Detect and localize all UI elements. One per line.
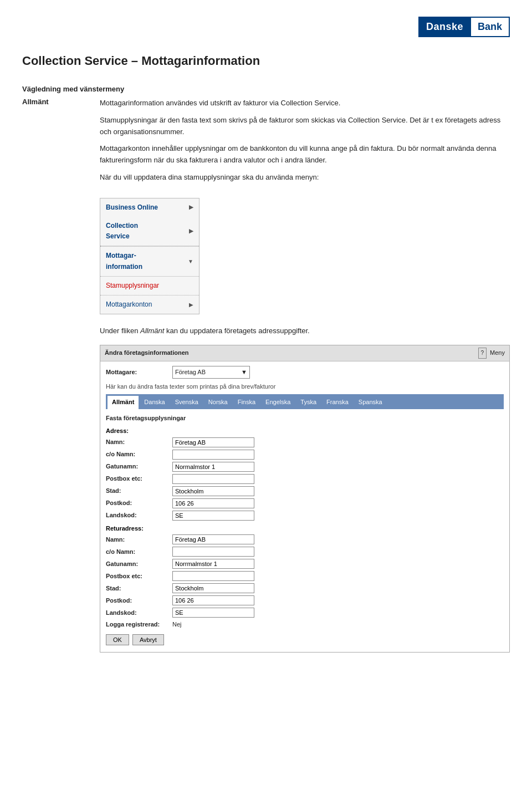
menu-item-label: Mottagar-information: [106, 251, 142, 272]
field-postbox-input[interactable]: [172, 474, 254, 484]
app-titlebar: Ändra företagsinformationen ? Meny: [100, 345, 509, 361]
field-postkod: Postkod:: [106, 498, 504, 508]
field-postkod-input[interactable]: [172, 498, 254, 508]
app-titlebar-right: ? Meny: [478, 348, 505, 359]
menu-item-label: CollectionService: [106, 221, 138, 242]
under-fliken-text: Under fliken Allmänt kan du uppdatera fö…: [100, 325, 510, 337]
button-row: OK Avbryt: [106, 634, 504, 648]
tab-bar: Allmänt Danska Svenska Norska Finska Eng…: [106, 394, 504, 409]
intro-label: Allmänt: [22, 98, 100, 653]
tab-franska[interactable]: Franska: [322, 396, 353, 409]
field-label: Postbox etc:: [106, 474, 172, 484]
retur-field-postbox: Postbox etc:: [106, 571, 504, 581]
retur-field-namn: Namn:: [106, 534, 504, 544]
retur-co-input[interactable]: [172, 547, 254, 557]
menu-item-mottagarkonton[interactable]: Mottagarkonton ▶: [100, 295, 199, 314]
under-fliken-italic: Allmänt: [140, 327, 164, 335]
field-label: Landskod:: [106, 608, 172, 618]
tab-tyska[interactable]: Tyska: [296, 396, 321, 409]
retur-fields: Namn: c/o Namn: Gatunamn: Postbox etc:: [106, 534, 504, 618]
retur-field-gatunamn: Gatunamn:: [106, 559, 504, 569]
menu-item-stamupplysningar[interactable]: Stamupplysningar: [100, 277, 199, 295]
field-label: Landskod:: [106, 511, 172, 521]
logga-row: Logga registrerad: Nej: [106, 620, 504, 630]
field-label: Stad:: [106, 486, 172, 496]
app-body: Mottagare: Företag AB ▼ Här kan du ändra…: [100, 361, 509, 652]
field-stad-input[interactable]: [172, 486, 254, 496]
hint-text: Här kan du ändra fasta texter som printa…: [106, 382, 504, 392]
field-label: Postkod:: [106, 498, 172, 508]
menu-arrow-down-icon: ▼: [188, 257, 193, 266]
app-window: Ändra företagsinformationen ? Meny Motta…: [100, 345, 510, 653]
intro-row: Allmänt Mottagarinformation användes vid…: [22, 98, 510, 653]
returadress-header: Returadress:: [106, 524, 504, 534]
field-co-namn: c/o Namn:: [106, 450, 504, 460]
field-label: c/o Namn:: [106, 450, 172, 460]
logga-value: Nej: [172, 620, 182, 630]
field-postbox: Postbox etc:: [106, 474, 504, 484]
intro-para-4: När du vill uppdatera dina stamupplysnin…: [100, 172, 510, 184]
logga-label: Logga registrerad:: [106, 620, 172, 630]
menu-item-business-online[interactable]: Business Online ▶: [100, 198, 199, 217]
menu-arrow-icon: ▶: [189, 203, 193, 212]
menu-item-collection-service[interactable]: CollectionService ▶: [100, 217, 199, 246]
tab-spanska[interactable]: Spanska: [354, 396, 387, 409]
mottagare-row: Mottagare: Företag AB ▼: [106, 366, 504, 379]
adress-header: Adress:: [106, 426, 504, 436]
field-landskod: Landskod:: [106, 511, 504, 521]
field-label: Gatunamn:: [106, 559, 172, 569]
retur-field-landskod: Landskod:: [106, 608, 504, 618]
retur-namn-input[interactable]: [172, 534, 254, 544]
menu-item-mottagarinformation[interactable]: Mottagar-information ▼: [100, 246, 199, 276]
tab-finska[interactable]: Finska: [233, 396, 260, 409]
retur-landskod-input[interactable]: [172, 608, 254, 618]
field-label: Postkod:: [106, 596, 172, 606]
tab-norska[interactable]: Norska: [204, 396, 232, 409]
field-stad: Stad:: [106, 486, 504, 496]
retur-field-postkod: Postkod:: [106, 595, 504, 605]
avbryt-button[interactable]: Avbryt: [132, 634, 164, 645]
menu-item-label: Stamupplysningar: [106, 281, 159, 291]
field-label: Stad:: [106, 584, 172, 594]
section-label: Vägledning med vänstermeny: [22, 85, 510, 93]
retur-stad-input[interactable]: [172, 583, 254, 593]
mottagare-select[interactable]: Företag AB ▼: [172, 366, 250, 379]
adress-fields: Namn: c/o Namn: Gatunamn: Postbox etc:: [106, 437, 504, 521]
intro-para-1: Mottagarinformation användes vid utskrif…: [100, 98, 510, 109]
under-fliken-prefix: Under fliken: [100, 327, 140, 335]
danske-bank-logo: Danske Bank: [418, 17, 510, 37]
tab-allman[interactable]: Allmänt: [108, 396, 139, 409]
intro-content: Mottagarinformation användes vid utskrif…: [100, 98, 510, 653]
app-titlebar-title: Ändra företagsinformationen: [105, 348, 189, 358]
ok-button[interactable]: OK: [106, 634, 129, 645]
logo-danske: Danske: [420, 18, 470, 36]
help-icon[interactable]: ?: [478, 348, 487, 359]
menu-button[interactable]: Meny: [490, 348, 505, 358]
field-label: Gatunamn:: [106, 462, 172, 472]
logo-bank: Bank: [470, 18, 509, 36]
field-gatunamn: Gatunamn:: [106, 462, 504, 472]
under-fliken-suffix: kan du uppdatera företagets adressuppgif…: [164, 327, 309, 335]
dropdown-icon: ▼: [241, 368, 247, 378]
tab-engelska[interactable]: Engelska: [261, 396, 295, 409]
retur-gatunamn-input[interactable]: [172, 559, 254, 569]
menu-item-label: Mottagarkonton: [106, 299, 152, 310]
retur-postbox-input[interactable]: [172, 571, 254, 581]
page-header: Danske Bank: [22, 17, 510, 37]
retur-field-co: c/o Namn:: [106, 547, 504, 557]
mottagare-label: Mottagare:: [106, 368, 172, 378]
field-label: c/o Namn:: [106, 547, 172, 557]
field-namn-input[interactable]: [172, 437, 254, 447]
retur-postkod-input[interactable]: [172, 595, 254, 605]
field-landskod-input[interactable]: [172, 511, 254, 521]
field-label: Namn:: [106, 437, 172, 447]
retur-field-stad: Stad:: [106, 583, 504, 593]
field-co-input[interactable]: [172, 450, 254, 460]
field-label: Postbox etc:: [106, 572, 172, 582]
field-gatunamn-input[interactable]: [172, 462, 254, 472]
field-namn: Namn:: [106, 437, 504, 447]
menu-mockup: Business Online ▶ CollectionService ▶ Mo…: [100, 198, 200, 314]
tab-svenska[interactable]: Svenska: [171, 396, 203, 409]
intro-para-2: Stamupplysningar är den fasta text som s…: [100, 115, 510, 138]
tab-danska[interactable]: Danska: [140, 396, 169, 409]
